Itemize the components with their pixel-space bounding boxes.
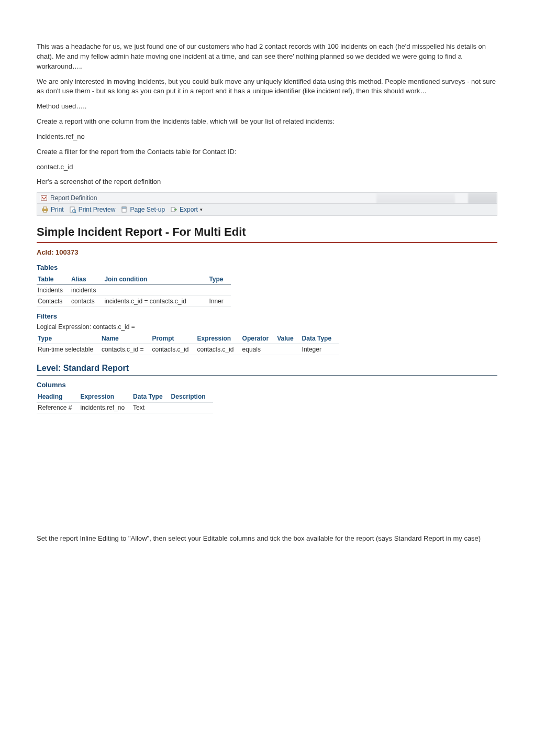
filters-heading: Filters xyxy=(37,312,497,320)
preview-icon xyxy=(69,206,76,213)
paragraph: Create a report with one column from the… xyxy=(37,117,497,127)
logical-expression: Logical Expression: contacts.c_id = xyxy=(37,323,497,331)
blurred-region xyxy=(376,193,455,203)
paragraph: Method used….. xyxy=(37,102,497,112)
svg-line-6 xyxy=(75,212,76,213)
col-join: Join condition xyxy=(103,275,208,285)
col-prompt: Prompt xyxy=(151,334,196,344)
cell: incidents.ref_no xyxy=(79,402,132,413)
paragraph: contact.c_id xyxy=(37,162,497,172)
cell xyxy=(276,344,301,355)
printer-icon xyxy=(41,206,49,213)
col-expression: Expression xyxy=(196,334,241,344)
col-datatype: Data Type xyxy=(132,392,170,402)
cell: incidents xyxy=(70,285,103,296)
page-setup-label: Page Set-up xyxy=(130,206,165,213)
report-title: Simple Incident Report - For Multi Edit xyxy=(37,225,497,239)
paragraph: Create a filter for the report from the … xyxy=(37,147,497,157)
export-button[interactable]: Export ▾ xyxy=(170,206,203,213)
columns-table: Heading Expression Data Type Description… xyxy=(37,392,213,413)
report-icon xyxy=(40,194,48,202)
col-type: Type xyxy=(37,334,101,344)
cell: contacts.c_id = xyxy=(101,344,151,355)
col-expression: Expression xyxy=(79,392,132,402)
tables-table: Table Alias Join condition Type Incident… xyxy=(37,275,231,307)
table-header-row: Type Name Prompt Expression Operator Val… xyxy=(37,334,339,344)
export-icon xyxy=(170,206,177,213)
col-alias: Alias xyxy=(70,275,103,285)
chevron-down-icon: ▾ xyxy=(200,207,203,212)
print-preview-button[interactable]: Print Preview xyxy=(69,206,116,213)
window-title: Report Definition xyxy=(50,194,97,202)
svg-rect-0 xyxy=(41,195,47,201)
col-operator: Operator xyxy=(241,334,276,344)
tables-heading: Tables xyxy=(37,264,497,271)
cell: Contacts xyxy=(37,296,70,307)
col-table: Table xyxy=(37,275,70,285)
col-type: Type xyxy=(208,275,230,285)
paragraph: Set the report Inline Editing to "Allow"… xyxy=(37,534,497,544)
cell xyxy=(103,285,208,296)
table-row: Run-time selectable contacts.c_id = cont… xyxy=(37,344,339,355)
toolbar: Print Print Preview Page Set-up Exp xyxy=(37,204,497,216)
table-header-row: Heading Expression Data Type Description xyxy=(37,392,213,402)
table-row: Incidents incidents xyxy=(37,285,231,296)
table-row: Contacts contacts incidents.c_id = conta… xyxy=(37,296,231,307)
window-title-bar: Report Definition xyxy=(37,192,497,204)
col-value: Value xyxy=(276,334,301,344)
print-label: Print xyxy=(51,206,64,213)
page-setup-icon xyxy=(120,206,128,213)
svg-rect-9 xyxy=(171,207,175,212)
level-heading: Level: Standard Report xyxy=(37,364,497,373)
level-underline xyxy=(37,375,497,376)
svg-rect-8 xyxy=(122,207,126,209)
cell: Run-time selectable xyxy=(37,344,101,355)
acid-label: AcId: 100373 xyxy=(37,248,497,256)
paragraph: Her's a screenshot of the report definit… xyxy=(37,177,497,187)
print-preview-label: Print Preview xyxy=(79,206,116,213)
title-underline xyxy=(37,242,497,243)
table-row: Reference # incidents.ref_no Text xyxy=(37,402,213,413)
print-button[interactable]: Print xyxy=(41,206,64,213)
filters-table: Type Name Prompt Expression Operator Val… xyxy=(37,334,339,355)
paragraph: This was a headache for us, we just foun… xyxy=(37,42,497,72)
cell xyxy=(170,402,213,413)
export-label: Export xyxy=(180,206,198,213)
cell: contacts.c_id xyxy=(196,344,241,355)
cell: Reference # xyxy=(37,402,79,413)
blurred-region xyxy=(468,193,497,203)
col-description: Description xyxy=(170,392,213,402)
cell: incidents.c_id = contacts.c_id xyxy=(103,296,208,307)
cell: Integer xyxy=(301,344,339,355)
col-heading: Heading xyxy=(37,392,79,402)
cell: Inner xyxy=(208,296,230,307)
cell: Incidents xyxy=(37,285,70,296)
cell: equals xyxy=(241,344,276,355)
columns-heading: Columns xyxy=(37,381,497,389)
page-setup-button[interactable]: Page Set-up xyxy=(120,206,165,213)
paragraph: incidents.ref_no xyxy=(37,132,497,142)
svg-rect-2 xyxy=(43,207,47,209)
cell: contacts.c_id xyxy=(151,344,196,355)
cell: contacts xyxy=(70,296,103,307)
col-name: Name xyxy=(101,334,151,344)
svg-rect-3 xyxy=(43,211,47,212)
cell: Text xyxy=(132,402,170,413)
table-header-row: Table Alias Join condition Type xyxy=(37,275,231,285)
col-datatype: Data Type xyxy=(301,334,339,344)
cell xyxy=(208,285,230,296)
paragraph: We are only interested in moving inciden… xyxy=(37,77,497,97)
